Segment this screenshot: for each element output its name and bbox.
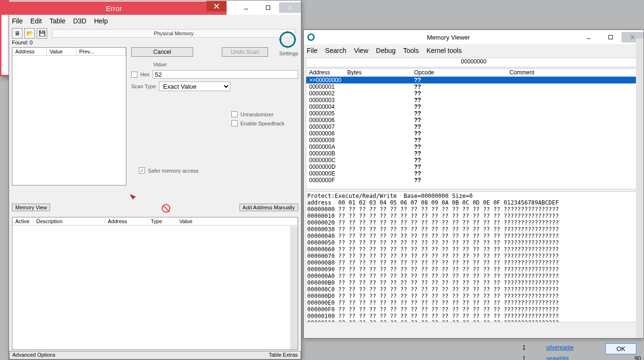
- hex-checkbox[interactable]: [131, 72, 137, 78]
- memory-view-button[interactable]: Memory View: [12, 204, 50, 211]
- svg-point-8: [308, 34, 314, 41]
- open-file-button[interactable]: 📂: [24, 28, 35, 39]
- mv-menu-tools[interactable]: Tools: [403, 47, 419, 54]
- col-value[interactable]: Value: [47, 48, 76, 55]
- memory-viewer-window: Memory Viewer File Search View Debug Too…: [303, 30, 644, 339]
- advanced-options-button[interactable]: Advanced Options: [12, 352, 55, 359]
- bg-num-2: 1: [522, 355, 526, 360]
- found-label: Found: 0: [9, 40, 301, 45]
- mv-window-title: Memory Viewer: [319, 34, 578, 41]
- svg-point-5: [280, 32, 295, 47]
- svg-rect-10: [609, 35, 613, 39]
- disasm-row[interactable]: 0000000F??: [306, 177, 641, 184]
- safer-checkbox[interactable]: [139, 167, 145, 174]
- col-active[interactable]: Active: [12, 217, 33, 225]
- mv-menu-debug[interactable]: Debug: [376, 47, 395, 54]
- cheat-engine-window: Cheat Engine 6.4 File Edit Table D3D Hel…: [9, 0, 301, 360]
- svg-rect-2: [266, 6, 270, 10]
- mv-menu-file[interactable]: File: [307, 47, 318, 54]
- error-title: Error: [1, 4, 227, 12]
- disasm-row[interactable]: 00000004??: [306, 103, 641, 110]
- minimize-button[interactable]: [235, 2, 257, 13]
- maximize-button[interactable]: [257, 2, 279, 13]
- disasm-row[interactable]: 0000000A??: [306, 144, 641, 150]
- table-extras-button[interactable]: Table Extras: [269, 352, 298, 359]
- disasm-row[interactable]: 0000000B??: [306, 150, 641, 157]
- hex-view-pane[interactable]: Protect:Execute/Read/Write Base=00000000…: [306, 191, 642, 322]
- status-bar: Advanced Options Table Extras: [9, 351, 301, 360]
- mv-minimize-button[interactable]: [578, 32, 600, 42]
- error-ok-button[interactable]: OK: [605, 343, 636, 354]
- toolbar: 🖥 📂 💾 Physical Memory: [9, 27, 301, 40]
- col-type[interactable]: Type: [148, 217, 177, 225]
- disasm-row[interactable]: 00000003??: [306, 97, 641, 103]
- bg-num-1: 1: [522, 344, 526, 351]
- menu-help[interactable]: Help: [94, 17, 108, 25]
- error-close-button[interactable]: [207, 1, 227, 11]
- open-process-button[interactable]: 🖥: [12, 28, 22, 39]
- bg-link-1[interactable]: silvereagle: [546, 344, 573, 351]
- mv-titlebar[interactable]: Memory Viewer: [304, 30, 644, 44]
- value-input[interactable]: [153, 70, 298, 79]
- menubar: File Edit Table D3D Help: [9, 15, 301, 27]
- col-description[interactable]: Description: [33, 217, 105, 225]
- safer-label: Safer memory access: [148, 168, 198, 174]
- unrandomizer-label: Unrandomizer: [240, 112, 273, 117]
- disassembly-pane[interactable]: Address Bytes Opcode Comment >>00000000?…: [306, 68, 642, 189]
- menu-d3d[interactable]: D3D: [73, 17, 86, 25]
- disasm-row[interactable]: 00000006??: [306, 117, 641, 123]
- bg-link-2[interactable]: seawhite: [546, 355, 569, 360]
- disasm-row[interactable]: 00000009??: [306, 137, 641, 144]
- disasm-row[interactable]: 00000008??: [306, 130, 641, 137]
- col-previous[interactable]: Prev...: [76, 48, 126, 55]
- disasm-scrollbar[interactable]: [636, 39, 644, 338]
- cancel-scan-button[interactable]: Cancel: [131, 47, 193, 57]
- col-dis-opcode[interactable]: Opcode: [411, 69, 507, 76]
- disasm-row[interactable]: 00000005??: [306, 110, 641, 117]
- speedhack-checkbox[interactable]: [231, 120, 238, 126]
- hex-label: Hex: [140, 72, 150, 77]
- disasm-row[interactable]: 00000001??: [306, 83, 641, 90]
- menu-file[interactable]: File: [12, 17, 23, 25]
- mv-menu-view[interactable]: View: [354, 47, 368, 54]
- col-address[interactable]: Address: [12, 48, 47, 55]
- col-dis-address[interactable]: Address: [306, 69, 344, 76]
- close-button[interactable]: [279, 2, 301, 13]
- mv-menu-kernel[interactable]: Kernel tools: [426, 47, 462, 54]
- col-address2[interactable]: Address: [105, 217, 148, 225]
- mv-app-icon: [307, 33, 315, 41]
- address-list[interactable]: Active Description Address Type Value: [12, 217, 298, 350]
- mv-address-bar[interactable]: 00000000: [306, 58, 642, 67]
- disasm-row[interactable]: 0000000C??: [306, 157, 641, 164]
- value-label: Value:: [153, 62, 167, 67]
- add-address-button[interactable]: Add Address Manually: [239, 204, 298, 211]
- col-dis-comment[interactable]: Comment: [507, 69, 641, 76]
- error-titlebar[interactable]: Error: [1, 1, 227, 15]
- save-button[interactable]: 💾: [37, 28, 47, 39]
- mv-menubar: File Search View Debug Tools Kernel tool…: [304, 44, 644, 57]
- disasm-row[interactable]: 00000007??: [306, 123, 641, 130]
- mv-maximize-button[interactable]: [600, 32, 622, 42]
- menu-table[interactable]: Table: [50, 17, 65, 25]
- results-list[interactable]: Address Value Prev...: [12, 47, 126, 185]
- unrandomizer-checkbox[interactable]: [231, 111, 238, 117]
- process-label: Physical Memory: [52, 29, 295, 38]
- ce-logo-icon[interactable]: [277, 29, 298, 50]
- speedhack-label: Enable Speedhack: [240, 121, 284, 126]
- menu-edit[interactable]: Edit: [31, 17, 42, 25]
- mv-menu-search[interactable]: Search: [325, 47, 346, 54]
- disasm-row[interactable]: >>00000000??: [306, 77, 641, 83]
- bg-val-2: 90: [634, 355, 641, 360]
- scantype-select[interactable]: Exact Value: [159, 82, 230, 91]
- col-value2[interactable]: Value: [177, 217, 298, 225]
- scantype-label: Scan Type: [131, 83, 156, 89]
- disasm-row[interactable]: 0000000D??: [306, 164, 641, 170]
- addrlist-scrollbar[interactable]: [290, 226, 298, 350]
- disasm-row[interactable]: 0000000E??: [306, 170, 641, 177]
- pointer-icon[interactable]: [129, 194, 136, 200]
- undo-scan-button[interactable]: Undo Scan: [222, 47, 268, 57]
- settings-label[interactable]: Settings: [279, 51, 298, 56]
- col-dis-bytes[interactable]: Bytes: [344, 69, 411, 76]
- clear-list-icon[interactable]: [162, 204, 170, 213]
- disasm-row[interactable]: 00000002??: [306, 90, 641, 97]
